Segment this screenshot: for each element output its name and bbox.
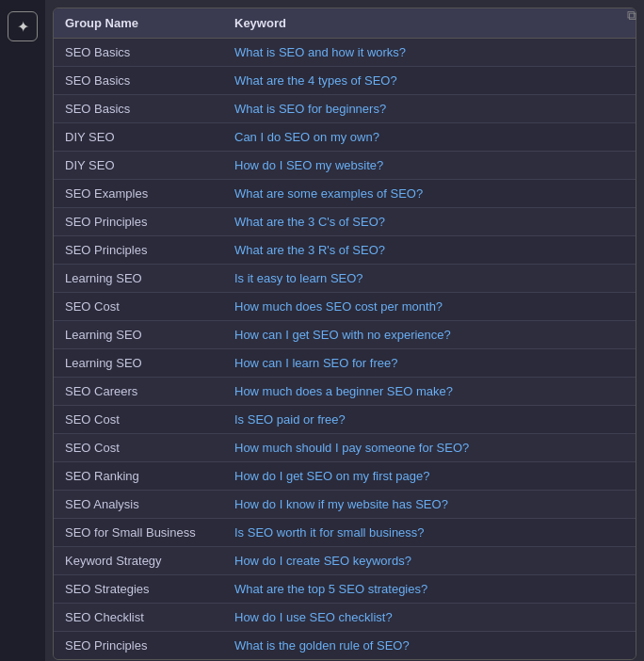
group-name-cell: Learning SEO <box>54 321 223 349</box>
group-name-cell: SEO Analysis <box>54 491 223 519</box>
keyword-cell: What are some examples of SEO? <box>223 180 636 208</box>
group-name-cell: SEO Principles <box>54 236 223 265</box>
main-content: ⧉ Group Name Keyword SEO BasicsWhat is S… <box>45 0 644 661</box>
data-table-container: Group Name Keyword SEO BasicsWhat is SEO… <box>53 8 636 660</box>
keyword-cell: How much does a beginner SEO make? <box>223 378 636 406</box>
table-row: SEO PrinciplesWhat is the golden rule of… <box>54 632 636 660</box>
keyword-cell: Is SEO paid or free? <box>223 406 636 434</box>
keyword-cell: What are the top 5 SEO strategies? <box>223 575 636 604</box>
keyword-cell: How do I use SEO checklist? <box>223 604 636 632</box>
keyword-cell: What are the 3 C's of SEO? <box>223 208 636 236</box>
table-row: SEO BasicsWhat is SEO and how it works? <box>54 39 636 67</box>
keyword-cell: How do I get SEO on my first page? <box>223 462 636 491</box>
keyword-cell: What is the golden rule of SEO? <box>223 632 636 660</box>
header-row: Group Name Keyword <box>54 8 636 39</box>
table-row: DIY SEOCan I do SEO on my own? <box>54 123 636 152</box>
group-name-cell: SEO Strategies <box>54 575 223 604</box>
group-name-cell: Learning SEO <box>54 265 223 293</box>
group-name-cell: SEO Ranking <box>54 462 223 491</box>
table-body: SEO BasicsWhat is SEO and how it works?S… <box>54 39 636 660</box>
table-row: SEO ChecklistHow do I use SEO checklist? <box>54 604 636 632</box>
group-name-cell: SEO Basics <box>54 67 223 95</box>
keyword-cell: How do I SEO my website? <box>223 152 636 180</box>
table-row: SEO RankingHow do I get SEO on my first … <box>54 462 636 491</box>
group-name-cell: SEO Cost <box>54 406 223 434</box>
keyword-cell: What are the 4 types of SEO? <box>223 67 636 95</box>
group-name-cell: SEO for Small Business <box>54 519 223 547</box>
table-row: SEO CareersHow much does a beginner SEO … <box>54 378 636 406</box>
group-name-cell: SEO Basics <box>54 95 223 123</box>
keyword-cell: How can I get SEO with no experience? <box>223 321 636 349</box>
keyword-cell: How much does SEO cost per month? <box>223 293 636 321</box>
table-row: Learning SEOHow can I get SEO with no ex… <box>54 321 636 349</box>
keyword-header: Keyword <box>223 8 636 39</box>
group-name-cell: SEO Principles <box>54 208 223 236</box>
group-name-cell: SEO Cost <box>54 434 223 462</box>
table-row: Keyword StrategyHow do I create SEO keyw… <box>54 547 636 575</box>
group-name-cell: SEO Basics <box>54 39 223 67</box>
group-name-cell: DIY SEO <box>54 152 223 180</box>
keyword-cell: Is SEO worth it for small business? <box>223 519 636 547</box>
keyword-cell: What is SEO and how it works? <box>223 39 636 67</box>
group-name-cell: SEO Examples <box>54 180 223 208</box>
table-row: Learning SEOIs it easy to learn SEO? <box>54 265 636 293</box>
table-header: Group Name Keyword <box>54 8 636 39</box>
group-name-header: Group Name <box>54 8 223 39</box>
group-name-cell: Learning SEO <box>54 349 223 378</box>
table-row: SEO ExamplesWhat are some examples of SE… <box>54 180 636 208</box>
table-row: SEO BasicsWhat is SEO for beginners? <box>54 95 636 123</box>
group-name-cell: SEO Careers <box>54 378 223 406</box>
group-name-cell: SEO Cost <box>54 293 223 321</box>
table-row: SEO CostHow much does SEO cost per month… <box>54 293 636 321</box>
table-row: SEO CostHow much should I pay someone fo… <box>54 434 636 462</box>
table-row: DIY SEOHow do I SEO my website? <box>54 152 636 180</box>
app-logo: ✦ <box>8 11 38 41</box>
seo-keywords-table: Group Name Keyword SEO BasicsWhat is SEO… <box>54 8 636 659</box>
table-row: SEO BasicsWhat are the 4 types of SEO? <box>54 67 636 95</box>
group-name-cell: Keyword Strategy <box>54 547 223 575</box>
group-name-cell: SEO Checklist <box>54 604 223 632</box>
table-row: SEO AnalysisHow do I know if my website … <box>54 491 636 519</box>
table-row: SEO CostIs SEO paid or free? <box>54 406 636 434</box>
sidebar: ✦ <box>0 0 45 661</box>
keyword-cell: How do I know if my website has SEO? <box>223 491 636 519</box>
table-row: SEO PrinciplesWhat are the 3 R's of SEO? <box>54 236 636 265</box>
keyword-cell: How do I create SEO keywords? <box>223 547 636 575</box>
keyword-cell: Is it easy to learn SEO? <box>223 265 636 293</box>
table-row: Learning SEOHow can I learn SEO for free… <box>54 349 636 378</box>
table-row: SEO StrategiesWhat are the top 5 SEO str… <box>54 575 636 604</box>
table-row: SEO for Small BusinessIs SEO worth it fo… <box>54 519 636 547</box>
logo-symbol: ✦ <box>17 18 29 36</box>
keyword-cell: Can I do SEO on my own? <box>223 123 636 152</box>
copy-icon[interactable]: ⧉ <box>627 8 636 24</box>
keyword-cell: What is SEO for beginners? <box>223 95 636 123</box>
table-row: SEO PrinciplesWhat are the 3 C's of SEO? <box>54 208 636 236</box>
group-name-cell: SEO Principles <box>54 632 223 660</box>
keyword-cell: How can I learn SEO for free? <box>223 349 636 378</box>
group-name-cell: DIY SEO <box>54 123 223 152</box>
keyword-cell: How much should I pay someone for SEO? <box>223 434 636 462</box>
keyword-cell: What are the 3 R's of SEO? <box>223 236 636 265</box>
